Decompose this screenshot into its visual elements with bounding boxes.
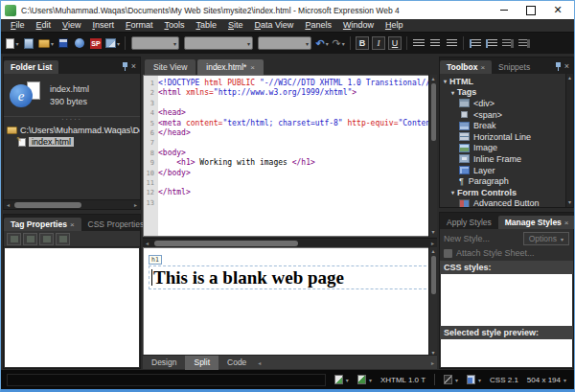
close-button[interactable]: ✕ [551,5,564,16]
attach-stylesheet-button[interactable]: Attach Style Sheet... [456,248,535,258]
menu-format[interactable]: Format [120,19,159,32]
toolbox-group-html[interactable]: ▾HTML [440,76,565,87]
tab-css-properties[interactable]: CSS Properties [81,218,151,231]
undo-button[interactable]: ↶▾ [314,35,330,52]
menu-insert[interactable]: Insert [86,19,120,32]
toolbox-item-span[interactable]: <span> [440,109,565,121]
scrollbar-thumb[interactable] [154,241,298,246]
code-lines[interactable]: 1<!DOCTYPE html PUBLIC "-//W3C//DTD XHTM… [144,76,436,208]
toolbox-item-paragraph[interactable]: Paragraph [440,175,565,187]
toolbox-vscrollbar[interactable]: ▴ ▾ [565,74,573,207]
scroll-up-icon[interactable]: ▴ [568,74,571,82]
close-icon[interactable]: × [564,62,569,71]
h1-tag-label[interactable]: h1 [149,255,162,265]
tab-manage-styles[interactable]: Manage Styles× [498,216,575,229]
design-vscrollbar[interactable]: ▴ ▾ [428,247,437,357]
visual-aids-button[interactable]: ▾ [334,375,349,384]
style-combobox[interactable]: ▾ [131,36,179,50]
numbered-list-button[interactable] [468,35,483,52]
toolbox-item-advanced-button[interactable]: Advanced Button [440,198,565,207]
minimize-button[interactable] [497,5,511,16]
indent-button[interactable] [517,35,532,52]
redo-button[interactable]: ↷▾ [331,35,346,52]
scroll-left-icon[interactable]: ◂ [255,359,264,366]
toolbox-item-image[interactable]: Image [440,143,565,154]
folder-list-hscrollbar[interactable]: ◂ ▸ [4,199,140,209]
new-document-button[interactable]: ▾ [5,35,20,52]
scrollbar-thumb[interactable] [14,202,81,208]
menu-table[interactable]: Table [190,19,222,32]
tab-split-view[interactable]: Split [185,356,218,370]
code-view[interactable]: 1<!DOCTYPE html PUBLIC "-//W3C//DTD XHTM… [143,75,437,237]
page-size-button[interactable]: 504 x 194▾ [527,376,566,384]
toolbox-group-tags[interactable]: ▾Tags [440,87,565,99]
tab-toolbox[interactable]: Toolbox× [440,60,492,74]
scroll-up-icon[interactable]: ▴ [431,75,434,83]
scroll-right-icon[interactable]: ▸ [131,201,140,208]
code-errors-button[interactable]: ▾ [357,375,372,384]
options-button[interactable]: Options▾ [523,232,569,245]
preview-button[interactable] [72,35,87,52]
menu-tools[interactable]: Tools [158,19,190,32]
superpreview-button[interactable]: SP [88,35,104,52]
scroll-up-icon[interactable]: ▴ [431,247,434,256]
css-schema-button[interactable]: ▾ [467,375,481,384]
toolbox-item-break[interactable]: Break [440,120,565,131]
toolbox-item-inline-frame[interactable]: Inline Frame [440,153,565,165]
scroll-left-icon[interactable]: ◂ [4,201,12,208]
menu-edit[interactable]: Edit [31,19,58,32]
pin-icon[interactable] [555,62,562,71]
tab-design-view[interactable]: Design [143,356,185,370]
code-vscrollbar[interactable]: ▴ ▾ [428,75,437,237]
toolbox-group-form-controls[interactable]: ▾Form Controls [440,187,565,198]
menu-window[interactable]: Window [337,19,380,32]
menu-data-view[interactable]: Data View [249,19,300,32]
bold-button[interactable]: B [356,36,369,50]
menu-file[interactable]: File [5,19,31,32]
scrollbar-thumb[interactable] [431,256,436,294]
italic-button[interactable]: I [372,36,385,50]
css-version-indicator[interactable]: CSS 2.1 [490,376,518,384]
menu-view[interactable]: View [57,19,86,32]
close-icon[interactable]: × [480,63,485,72]
code-hscrollbar[interactable]: ◂ ▸ [143,238,437,247]
categorized-button[interactable] [7,233,21,245]
tab-index-html[interactable]: index.html*× [197,59,264,75]
tab-apply-styles[interactable]: Apply Styles [440,216,498,229]
new-style-button[interactable]: New Style... [444,234,490,243]
css-styles-list[interactable] [441,274,572,326]
set-properties-button[interactable] [39,233,54,245]
scroll-right-icon[interactable]: ▸ [428,359,437,366]
scroll-right-icon[interactable]: ▸ [428,240,437,246]
toolbox-item-horizontal-line[interactable]: Horizontal Line [440,131,565,143]
bullet-list-button[interactable] [484,35,499,52]
close-icon[interactable]: × [131,62,136,71]
menu-site[interactable]: Site [222,19,249,32]
tab-code-view[interactable]: Code [218,356,255,370]
tab-snippets[interactable]: Snippets [492,60,537,74]
doctype-indicator[interactable]: XHTML 1.0 T [380,376,426,384]
pin-icon[interactable] [122,62,128,71]
align-right-button[interactable] [444,35,459,52]
summary-button[interactable] [56,233,70,245]
tab-site-view[interactable]: Site View [145,59,196,75]
underline-button[interactable]: U [388,36,402,50]
design-view[interactable]: h1 This is a blank web page [143,247,437,357]
tab-tag-properties[interactable]: Tag Properties× [4,218,81,231]
scroll-down-icon[interactable]: ▾ [431,228,434,237]
h1-element-outline[interactable]: This is a blank web page [149,265,431,289]
scroll-down-icon[interactable]: ▾ [568,198,571,207]
tree-item-index-html[interactable]: index.html [4,136,140,148]
maximize-button[interactable] [524,5,538,16]
save-button[interactable] [56,35,71,52]
toolbox-item-layer[interactable]: Layer [440,165,565,176]
menu-help[interactable]: Help [380,19,409,32]
align-center-button[interactable] [427,35,443,52]
panel-splitter[interactable]: ····· [4,116,140,123]
scrollbar-thumb[interactable] [431,83,436,141]
font-combobox[interactable]: ▾ [184,36,253,50]
menu-panels[interactable]: Panels [299,19,337,32]
close-icon[interactable]: × [250,63,255,72]
tree-item-site-root[interactable]: C:\Users\Muhammad.Waqas\Documents\M [4,125,140,136]
open-folder-button[interactable]: ▾ [37,35,55,52]
